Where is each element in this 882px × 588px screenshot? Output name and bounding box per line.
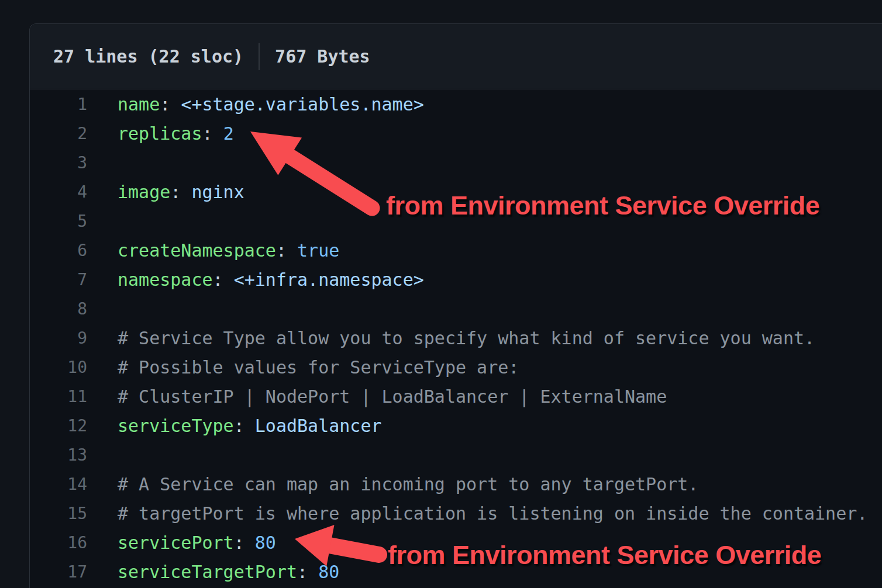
code-line-text: image: nginx (118, 182, 244, 202)
code-line-7: 7namespace: <+infra.namespace> (30, 265, 882, 294)
code-line-text: serviceType: LoadBalancer (118, 416, 382, 436)
code-line-text: createNamespace: true (118, 240, 339, 261)
line-number[interactable]: 9 (30, 328, 87, 348)
code-blob: 1name: <+stage.variables.name>2replicas:… (30, 89, 882, 586)
line-number[interactable]: 11 (30, 387, 87, 406)
header-divider (259, 43, 260, 70)
code-line-text: servicePort: 80 (118, 532, 276, 553)
line-number[interactable]: 10 (30, 358, 87, 377)
line-number[interactable]: 6 (30, 241, 87, 260)
line-number[interactable]: 4 (30, 182, 87, 202)
code-line-1: 1name: <+stage.variables.name> (30, 89, 882, 119)
line-number[interactable]: 17 (30, 562, 87, 582)
file-lines-info: 27 lines (22 sloc) (53, 46, 243, 67)
code-line-text: name: <+stage.variables.name> (118, 94, 424, 115)
line-number[interactable]: 16 (30, 533, 87, 552)
code-line-8: 8 (30, 294, 882, 323)
code-line-text: # targetPort is where application is lis… (118, 503, 867, 524)
code-line-15: 15# targetPort is where application is l… (30, 499, 882, 528)
code-line-13: 13 (30, 440, 882, 469)
code-line-text: namespace: <+infra.namespace> (118, 269, 424, 290)
code-line-text: serviceTargetPort: 80 (118, 562, 339, 582)
line-number[interactable]: 12 (30, 416, 87, 435)
annotation-label: from Environment Service Override (386, 191, 819, 221)
line-number[interactable]: 8 (30, 299, 87, 319)
code-line-6: 6createNamespace: true (30, 236, 882, 265)
code-line-text: # Service Type allow you to specify what… (118, 328, 815, 348)
line-number[interactable]: 15 (30, 504, 87, 523)
code-line-2: 2replicas: 2 (30, 119, 882, 148)
code-line-text: replicas: 2 (118, 123, 234, 144)
code-line-text: # ClusterIP | NodePort | LoadBalancer | … (118, 386, 667, 407)
line-number[interactable]: 14 (30, 475, 87, 494)
file-header: 27 lines (22 sloc) 767 Bytes (30, 24, 882, 89)
code-line-text: # A Service can map an incoming port to … (118, 474, 698, 494)
code-line-10: 10# Possible values for ServiceType are: (30, 352, 882, 382)
code-line-14: 14# A Service can map an incoming port t… (30, 469, 882, 499)
line-number[interactable]: 7 (30, 270, 87, 289)
code-line-text: # Possible values for ServiceType are: (118, 357, 519, 378)
line-number[interactable]: 2 (30, 124, 87, 143)
line-number[interactable]: 13 (30, 445, 87, 465)
line-number[interactable]: 3 (30, 153, 87, 172)
line-number[interactable]: 1 (30, 95, 87, 114)
code-line-12: 12serviceType: LoadBalancer (30, 411, 882, 440)
file-viewer-card: 27 lines (22 sloc) 767 Bytes 1name: <+st… (29, 23, 882, 588)
line-number[interactable]: 5 (30, 212, 87, 231)
code-line-9: 9# Service Type allow you to specify wha… (30, 323, 882, 352)
file-size: 767 Bytes (275, 46, 370, 67)
annotation-label: from Environment Service Override (388, 540, 821, 570)
code-line-3: 3 (30, 148, 882, 177)
code-line-11: 11# ClusterIP | NodePort | LoadBalancer … (30, 382, 882, 411)
